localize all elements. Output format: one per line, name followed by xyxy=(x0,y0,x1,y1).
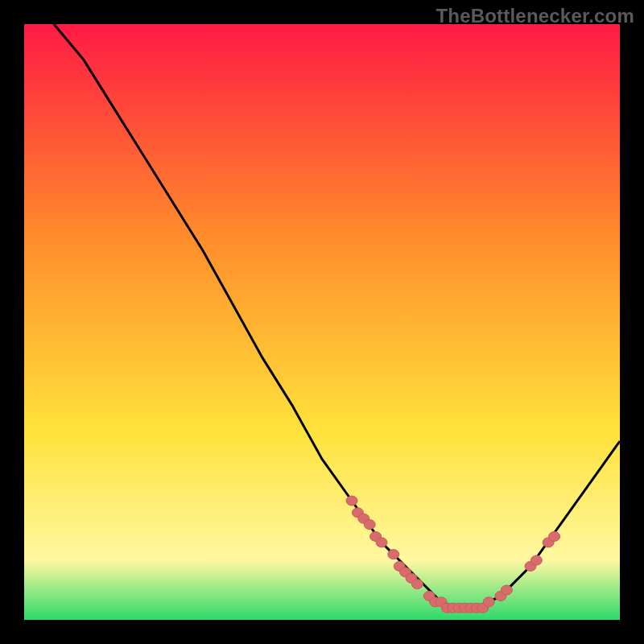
gradient-background xyxy=(24,24,620,620)
plot-area xyxy=(24,24,620,620)
data-marker xyxy=(530,555,542,565)
chart-container: TheBottlenecker.com xyxy=(0,0,644,644)
data-marker xyxy=(376,538,387,547)
data-marker xyxy=(364,520,375,530)
data-marker xyxy=(388,550,399,559)
data-marker xyxy=(411,580,423,589)
data-marker xyxy=(346,496,357,506)
data-marker xyxy=(501,585,512,595)
data-marker xyxy=(549,531,560,541)
data-marker xyxy=(483,597,494,607)
watermark-text: TheBottlenecker.com xyxy=(436,5,634,27)
chart-svg xyxy=(24,24,620,620)
